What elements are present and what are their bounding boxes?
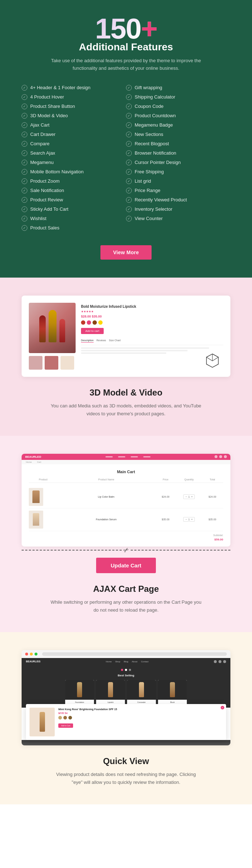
- cart-nav-item-2: [118, 456, 125, 457]
- plus-sign: +: [141, 13, 157, 45]
- qv-stick-4: [170, 682, 175, 697]
- feature-item-r10: ✓ Free Shipping: [126, 167, 230, 177]
- qty-plus-1[interactable]: +: [191, 495, 193, 498]
- check-icon-r5: ✓: [126, 122, 132, 128]
- update-cart-button[interactable]: Update Cart: [96, 558, 156, 573]
- qty-minus-2[interactable]: −: [185, 518, 187, 521]
- check-icon-r8: ✓: [126, 150, 132, 156]
- qv-modal-add-to-cart[interactable]: Add to Cart: [58, 723, 73, 728]
- scissors-divider: ✂: [22, 546, 230, 554]
- qv-section-label: Best Selling: [26, 674, 226, 677]
- qv-site-header: BEAURLISS Home Shop Blog About Contact: [22, 658, 230, 665]
- feature-item-7: ✓ Compare: [22, 139, 126, 149]
- model-desc: You can add Media such as 3D models, emb…: [50, 402, 202, 418]
- cart-footer: Subtotal: $59.00: [29, 531, 223, 541]
- qv-product-name-2: Lipstick: [98, 701, 123, 703]
- feature-item-r15: ✓ View Counter: [126, 214, 230, 223]
- cart-row-2-price: $35.00: [155, 518, 176, 521]
- quickview-section: BEAURLISS Home Shop Blog About Contact B…: [0, 632, 252, 804]
- feature-label-r1: Gift wrapping: [135, 85, 162, 90]
- feature-label-r6: New Sections: [135, 132, 163, 137]
- qv-stick-2: [108, 682, 113, 697]
- quickview-desc: Viewing product details does not need re…: [50, 771, 202, 786]
- feature-label-1: 4+ Header & 1 Footer design: [30, 85, 90, 90]
- feature-item-8: ✓ Search Ajax: [22, 149, 126, 158]
- qty-minus-1[interactable]: −: [185, 495, 187, 498]
- qv-nav-blog: Blog: [124, 661, 128, 663]
- feature-item-12: ✓ Sale Notification: [22, 186, 126, 195]
- cart-row-1: Lip Color Balm $24.00 − 1 + $24.00: [29, 486, 223, 508]
- qv-products-row: Foundation MYR 48 Lipstick MYR 32: [26, 680, 226, 708]
- feature-label-r4: Product Countdown: [135, 113, 176, 118]
- model-mockup: Bold Moisturize Infused Lipstick ★★★★★ $…: [22, 296, 230, 377]
- check-icon-5: ✓: [22, 122, 27, 128]
- check-icon-7: ✓: [22, 141, 27, 147]
- update-cart-container: ✂ Update Cart: [22, 546, 230, 573]
- feature-item-15: ✓ Wishlist: [22, 214, 126, 223]
- qty-val-2: 1: [188, 518, 190, 521]
- tab-description: Description: [81, 339, 94, 343]
- qv-search-icon: [214, 660, 217, 663]
- browser-bar: [22, 650, 230, 658]
- feature-item-r3: ✓ Coupon Code: [126, 102, 230, 111]
- feature-label-14: Sticky Add To Cart: [30, 206, 68, 212]
- feature-label-4: 3D Model & Video: [30, 113, 68, 118]
- qv-label-dots: [26, 669, 226, 671]
- check-icon-8: ✓: [22, 150, 27, 156]
- check-icon-4: ✓: [22, 113, 27, 119]
- feature-item-2: ✓ 4 Product Hover: [22, 92, 126, 102]
- qv-cart-icon: [219, 660, 221, 663]
- cart-row-2-qty: − 1 +: [178, 517, 200, 522]
- mockup-add-to-cart: Add to cart: [81, 328, 104, 334]
- qty-plus-2[interactable]: +: [191, 518, 193, 521]
- qv-product-card-4: Blush MYR 22: [158, 680, 187, 708]
- feature-item-r8: ✓ Browser Notification: [126, 149, 230, 158]
- product-icon-2: [33, 513, 39, 526]
- check-icon-r4: ✓: [126, 113, 132, 119]
- qv-product-name-1: Foundation: [67, 701, 93, 703]
- qv-product-card-3: Concealer MYR 28: [127, 680, 156, 708]
- browser-url-bar: [42, 652, 227, 656]
- qv-user-icon: [223, 660, 226, 663]
- cart-row-2-img: [29, 511, 43, 529]
- feature-item-1: ✓ 4+ Header & 1 Footer design: [22, 83, 126, 92]
- qv-stick-3: [139, 682, 144, 697]
- check-icon-10: ✓: [22, 169, 27, 175]
- mockup-product-image: [29, 303, 76, 353]
- feature-label-r9: Cursor Pointer Design: [135, 160, 181, 165]
- qv-product-grid: Best Selling Foundation MYR 48: [22, 665, 230, 708]
- view-more-button[interactable]: View More: [100, 245, 152, 260]
- col-header-name: Product Name: [59, 478, 153, 481]
- feature-label-9: Megamenu: [30, 160, 54, 165]
- feature-label-r12: Price Range: [135, 188, 161, 193]
- check-icon-12: ✓: [22, 188, 27, 193]
- qv-nav-contact: Contact: [141, 661, 149, 663]
- qv-product-name-4: Blush: [159, 701, 185, 703]
- check-icon-15: ✓: [22, 216, 27, 221]
- feature-item-r14: ✓ Inventory Selector: [126, 205, 230, 214]
- check-icon-r1: ✓: [126, 85, 132, 91]
- browser-dot-red: [25, 653, 28, 655]
- mockup-swatches: [81, 320, 223, 325]
- thumb-2: [45, 356, 58, 370]
- quickview-mockup: BEAURLISS Home Shop Blog About Contact B…: [22, 650, 230, 745]
- col-header-product: Product: [29, 478, 58, 481]
- mockup-price: $28.00 $35.00: [81, 315, 223, 318]
- check-icon-14: ✓: [22, 206, 27, 212]
- feature-item-r6: ✓ New Sections: [126, 130, 230, 139]
- qv-product-name-3: Concealer: [129, 701, 154, 703]
- feature-item-14: ✓ Sticky Add To Cart: [22, 205, 126, 214]
- feature-label-r15: View Counter: [135, 216, 163, 221]
- check-icon-13: ✓: [22, 197, 27, 203]
- qv-modal-close-button[interactable]: ×: [221, 706, 224, 709]
- modal-swatch-3: [68, 716, 72, 719]
- qv-product-card-2: Lipstick MYR 32: [96, 680, 125, 708]
- cart-page-title: Main Cart: [29, 470, 223, 474]
- cart-header-bar: BEAURLED: [22, 454, 230, 460]
- browser-dot-green: [35, 653, 37, 655]
- qv-nav-about: About: [132, 661, 138, 663]
- feature-item-r7: ✓ Recent Blogpost: [126, 139, 230, 149]
- features-section: 150+ Additional Features Take use of the…: [0, 0, 252, 278]
- qv-modal-price: MYR 54: [58, 712, 222, 714]
- dot-white: [125, 669, 127, 671]
